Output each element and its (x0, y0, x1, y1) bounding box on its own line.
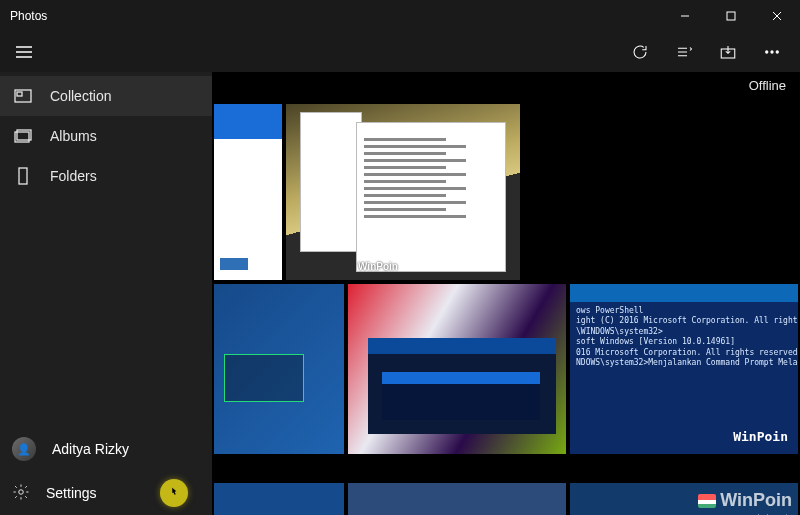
thumbnail-watermark: WinPoin (733, 429, 788, 446)
gear-icon (12, 483, 30, 504)
svg-point-10 (776, 51, 778, 53)
sidebar-item-folders[interactable]: Folders (0, 156, 212, 196)
user-name: Aditya Rizky (52, 441, 129, 457)
titlebar: Photos (0, 0, 800, 32)
sidebar-item-collection[interactable]: Collection (0, 76, 212, 116)
svg-rect-1 (727, 12, 735, 20)
settings-button[interactable]: Settings (0, 471, 212, 515)
photo-thumbnail[interactable] (214, 284, 344, 454)
folders-icon (14, 167, 32, 185)
sidebar: Collection Albums Folders 👤 Aditya Rizky (0, 72, 212, 515)
user-account-button[interactable]: 👤 Aditya Rizky (0, 427, 212, 471)
minimize-button[interactable] (662, 0, 708, 32)
maximize-button[interactable] (708, 0, 754, 32)
import-button[interactable] (706, 32, 750, 72)
photo-thumbnail[interactable]: WinPoin (286, 104, 520, 280)
svg-rect-15 (19, 168, 27, 184)
photo-thumbnail[interactable] (214, 483, 344, 515)
thumbnail-watermark: WinPoin (358, 261, 398, 272)
settings-label: Settings (46, 485, 97, 501)
sidebar-item-label: Collection (50, 88, 111, 104)
refresh-button[interactable] (618, 32, 662, 72)
svg-point-8 (766, 51, 768, 53)
window-controls (662, 0, 800, 32)
photo-thumbnail[interactable] (348, 483, 566, 515)
watermark-brand: WinPoin (720, 490, 792, 511)
command-bar (0, 32, 800, 72)
svg-point-16 (19, 489, 24, 494)
sidebar-item-label: Albums (50, 128, 97, 144)
svg-point-9 (771, 51, 773, 53)
sidebar-item-albums[interactable]: Albums (0, 116, 212, 156)
page-watermark: WinPoin Indonesia (698, 490, 792, 511)
photo-thumbnail[interactable] (214, 104, 282, 280)
albums-icon (14, 129, 32, 143)
close-button[interactable] (754, 0, 800, 32)
photo-thumbnail[interactable] (348, 284, 566, 454)
photo-grid: Offline WinPoin ows PowerShell ight (C) … (212, 72, 800, 515)
collection-icon (14, 89, 32, 103)
hamburger-button[interactable] (0, 32, 48, 72)
sidebar-item-label: Folders (50, 168, 97, 184)
photo-thumbnail[interactable]: ows PowerShell ight (C) 2016 Microsoft C… (570, 284, 798, 454)
avatar: 👤 (12, 437, 36, 461)
svg-rect-12 (17, 92, 22, 96)
more-button[interactable] (750, 32, 794, 72)
select-button[interactable] (662, 32, 706, 72)
flag-icon (698, 494, 716, 508)
window-title: Photos (10, 9, 47, 23)
cursor-highlight-icon (160, 479, 188, 507)
